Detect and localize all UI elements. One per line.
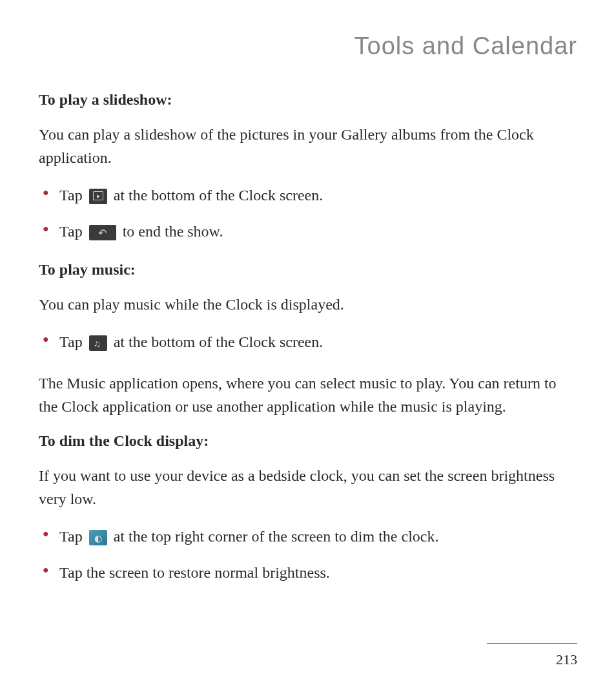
music-heading: To play music: [39, 261, 577, 279]
bullet-text-pre: Tap [59, 528, 87, 545]
bullet-text-post: to end the show. [123, 223, 223, 240]
list-item: Tap to end the show. [39, 220, 577, 243]
slideshow-intro: You can play a slideshow of the pictures… [39, 123, 577, 169]
back-icon [89, 225, 116, 240]
music-bullets: Tap at the bottom of the Clock screen. [39, 330, 577, 353]
slideshow-bullets: Tap at the bottom of the Clock screen. T… [39, 184, 577, 243]
dim-intro: If you want to use your device as a beds… [39, 464, 577, 510]
music-intro: You can play music while the Clock is di… [39, 293, 577, 316]
page-footer: 213 [487, 643, 577, 668]
bullet-text-pre: Tap [59, 333, 87, 350]
bullet-text-pre: Tap the screen to restore normal brightn… [59, 564, 330, 581]
dim-icon [89, 530, 107, 545]
list-item: Tap the screen to restore normal brightn… [39, 561, 577, 584]
page-number: 213 [487, 651, 577, 668]
list-item: Tap at the bottom of the Clock screen. [39, 330, 577, 353]
list-item: Tap at the top right corner of the scree… [39, 525, 577, 548]
bullet-text-post: at the bottom of the Clock screen. [114, 187, 323, 204]
footer-divider [487, 643, 577, 644]
music-icon [89, 335, 107, 351]
bullet-text-post: at the bottom of the Clock screen. [114, 333, 323, 350]
slideshow-icon [89, 189, 107, 204]
music-outro: The Music application opens, where you c… [39, 372, 577, 418]
slideshow-heading: To play a slideshow: [39, 91, 577, 109]
dim-bullets: Tap at the top right corner of the scree… [39, 525, 577, 584]
bullet-text-pre: Tap [59, 187, 87, 204]
bullet-text-pre: Tap [59, 223, 87, 240]
dim-heading: To dim the Clock display: [39, 432, 577, 450]
page-title: Tools and Calendar [39, 32, 577, 60]
list-item: Tap at the bottom of the Clock screen. [39, 184, 577, 207]
bullet-text-post: at the top right corner of the screen to… [114, 528, 439, 545]
